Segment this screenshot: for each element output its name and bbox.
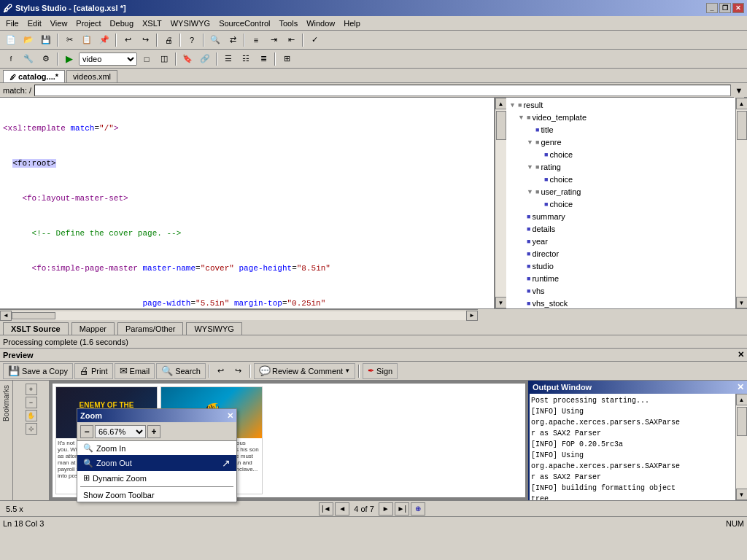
scroll-thumb[interactable]: [496, 111, 506, 140]
add-page-btn[interactable]: ⊕: [411, 502, 425, 516]
open-btn[interactable]: 📂: [20, 33, 36, 47]
hscroll-right[interactable]: ►: [466, 311, 478, 321]
sign-btn[interactable]: ✒ Sign: [363, 363, 398, 379]
cut-btn[interactable]: ✂: [61, 33, 77, 47]
tree-item[interactable]: ■ vhs_stock: [508, 298, 746, 308]
tree-item[interactable]: ■ summary: [508, 211, 746, 223]
email-btn[interactable]: ✉ Email: [115, 363, 155, 379]
zoom-in-item[interactable]: 🔍 Zoom In: [77, 441, 236, 455]
tb-btn9[interactable]: ☷: [238, 52, 254, 66]
zoom-decrease-btn[interactable]: −: [80, 425, 93, 438]
tree-item[interactable]: ▼ ■ user_rating: [508, 186, 746, 198]
zoom-out-item[interactable]: 🔍 Zoom Out ↗: [77, 455, 236, 471]
zoom-out-icon[interactable]: −: [26, 397, 37, 408]
output-vscroll[interactable]: ▲ ▼: [735, 394, 747, 500]
hscroll-track[interactable]: [12, 311, 466, 320]
redo-btn[interactable]: ↪: [137, 33, 153, 47]
indent-btn[interactable]: ⇥: [266, 33, 282, 47]
tab-mapper[interactable]: Mapper: [71, 322, 115, 335]
show-zoom-toolbar-item[interactable]: Show Zoom Toolbar: [77, 489, 236, 502]
tb-btn10[interactable]: ≣: [255, 52, 271, 66]
help-btn[interactable]: ?: [184, 33, 200, 47]
tab-params[interactable]: Params/Other: [117, 322, 183, 335]
prev-redo[interactable]: ↪: [231, 364, 247, 378]
undo-btn[interactable]: ↩: [120, 33, 136, 47]
zoom-increase-btn[interactable]: +: [147, 425, 160, 438]
tree-item[interactable]: ■ vhs: [508, 285, 746, 298]
tree-item[interactable]: ■ studio: [508, 260, 746, 273]
code-editor[interactable]: <xsl:template match="/"> <fo:root> <fo:l…: [0, 98, 495, 308]
output-close-btn[interactable]: ✕: [737, 382, 744, 392]
editor-hscroll[interactable]: ◄ ►: [0, 309, 478, 321]
save-copy-btn[interactable]: 💾 Save a Copy: [3, 363, 73, 379]
menu-window[interactable]: Window: [302, 18, 339, 29]
tree-item[interactable]: ▼ ■ genre: [508, 136, 746, 149]
print-preview-btn[interactable]: 🖨 Print: [74, 363, 113, 379]
tree-item[interactable]: ▼ ■ rating: [508, 161, 746, 174]
output-scroll-up[interactable]: ▲: [736, 394, 748, 405]
hand-icon[interactable]: ✋: [26, 410, 37, 421]
output-scroll-down[interactable]: ▼: [736, 489, 748, 500]
tb-btn4[interactable]: □: [139, 52, 155, 66]
tb-btn8[interactable]: ☰: [220, 52, 236, 66]
save-btn[interactable]: 💾: [38, 33, 54, 47]
hscroll-thumb[interactable]: [12, 312, 55, 319]
dynamic-zoom-item[interactable]: ⊞ Dynamic Zoom: [77, 471, 236, 485]
close-btn[interactable]: ✕: [732, 3, 744, 13]
format-btn[interactable]: ≡: [248, 33, 264, 47]
match-dropdown[interactable]: ▼: [734, 83, 744, 98]
minimize-btn[interactable]: _: [706, 3, 718, 13]
menu-edit[interactable]: Edit: [23, 18, 46, 29]
tb-btn6[interactable]: 🔖: [179, 52, 196, 66]
menu-view[interactable]: View: [46, 18, 72, 29]
match-select[interactable]: video: [79, 52, 137, 66]
output-scroll-track[interactable]: [736, 405, 747, 489]
zoom-select[interactable]: 66.67%: [95, 425, 146, 438]
scroll-down[interactable]: ▼: [495, 297, 507, 308]
zoom-close-btn[interactable]: ✕: [227, 411, 233, 421]
window-controls[interactable]: _ ❐ ✕: [706, 3, 744, 13]
menu-help[interactable]: Help: [339, 18, 365, 29]
tree-item[interactable]: ■ choice: [508, 174, 746, 186]
menu-wysiwyg[interactable]: WYSIWYG: [166, 18, 214, 29]
tree-item[interactable]: ■ director: [508, 248, 746, 260]
tb-btn5[interactable]: ◫: [156, 52, 172, 66]
search-btn[interactable]: 🔍 Search: [156, 363, 206, 379]
tree-scroll-up[interactable]: ▲: [736, 98, 748, 109]
tree-item[interactable]: ■ details: [508, 223, 746, 236]
scroll-up[interactable]: ▲: [495, 98, 507, 109]
tree-item[interactable]: ▼ ■ result: [508, 99, 746, 112]
tb-btn11[interactable]: ⊞: [279, 52, 295, 66]
preview-close[interactable]: ✕: [738, 350, 744, 359]
menu-sourcecontrol[interactable]: SourceControl: [214, 18, 274, 29]
menu-tools[interactable]: Tools: [274, 18, 302, 29]
output-scroll-thumb[interactable]: [737, 407, 747, 436]
editor-vscroll[interactable]: ▲ ▼: [495, 98, 506, 308]
tree-scroll-down[interactable]: ▼: [736, 297, 748, 308]
tab-catalog[interactable]: 🖊 catalog....*: [3, 70, 65, 82]
prev-undo[interactable]: ↩: [213, 364, 229, 378]
restore-btn[interactable]: ❐: [719, 3, 731, 13]
tab-wysiwyg[interactable]: WYSIWYG: [186, 322, 241, 335]
replace-btn[interactable]: ⇄: [225, 33, 241, 47]
tree-item[interactable]: ■ choice: [508, 149, 746, 161]
last-page-btn[interactable]: ►|: [395, 502, 409, 516]
tab-xslt-source[interactable]: XSLT Source: [3, 322, 69, 335]
xslt-btn3[interactable]: ⚙: [38, 52, 54, 66]
tree-item[interactable]: ■ title: [508, 124, 746, 136]
menu-debug[interactable]: Debug: [106, 18, 138, 29]
tree-vscroll[interactable]: ▲ ▼: [735, 98, 747, 308]
tree-scroll-thumb[interactable]: [737, 111, 747, 140]
scroll-track[interactable]: [495, 109, 506, 297]
xslt-btn2[interactable]: 🔧: [20, 52, 36, 66]
print-btn[interactable]: 🖨: [160, 33, 177, 47]
menu-project[interactable]: Project: [71, 18, 105, 29]
tree-item[interactable]: ■ year: [508, 236, 746, 248]
tb-btn7[interactable]: 🔗: [197, 52, 213, 66]
tree-scroll-track[interactable]: [736, 109, 747, 297]
zoom-in-icon[interactable]: +: [26, 384, 37, 395]
tree-item[interactable]: ■ runtime: [508, 273, 746, 285]
review-comment-btn[interactable]: 💬 Review & Comment ▼: [254, 363, 355, 379]
run-btn[interactable]: ▶: [61, 52, 77, 66]
validate-btn[interactable]: ✓: [306, 33, 322, 47]
